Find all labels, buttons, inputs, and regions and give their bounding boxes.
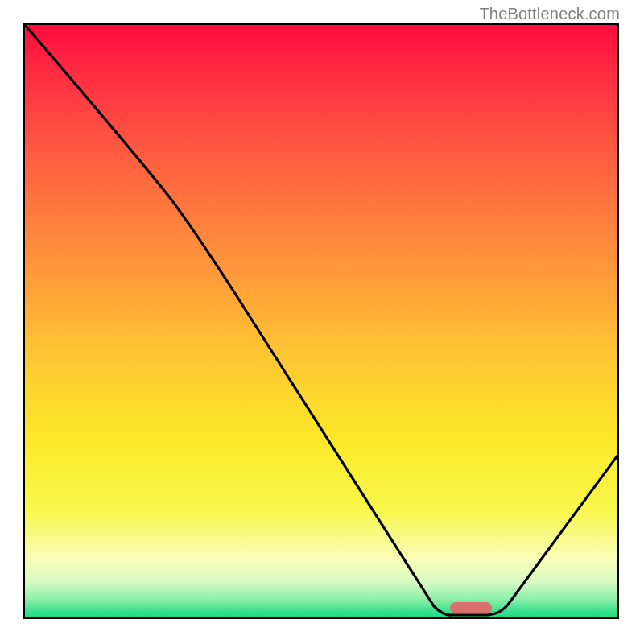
plot-area <box>23 23 619 619</box>
optimal-marker <box>450 602 492 613</box>
curve-path <box>25 25 617 615</box>
watermark-text: TheBottleneck.com <box>479 5 620 23</box>
bottleneck-curve <box>25 25 617 617</box>
bottleneck-chart: TheBottleneck.com <box>0 0 644 644</box>
